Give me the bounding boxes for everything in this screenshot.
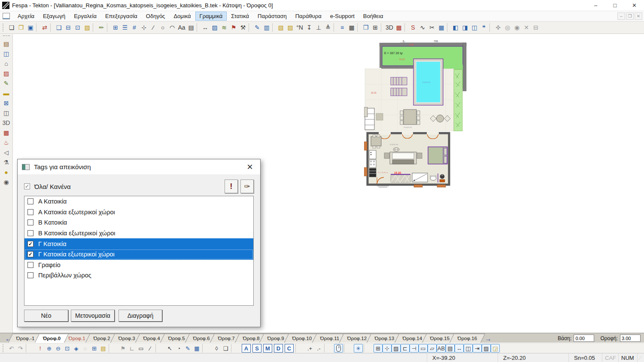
toolbar-icon-list-order-button[interactable]: ≡ xyxy=(337,23,347,32)
bottom-toolbar-icon-line-draw-button[interactable]: ∕ xyxy=(146,344,155,353)
toolbar-icon-numbering-button[interactable]: °N xyxy=(295,23,304,32)
bottom-toolbar-icon-snap-text-toggle[interactable]: AB xyxy=(437,344,446,353)
menu-item-γραμμικά[interactable]: Γραμμικά xyxy=(195,12,227,21)
menu-item-οδηγός[interactable]: Οδηγός xyxy=(142,12,170,21)
bottom-toolbar-icon-snap-intersection-toggle[interactable]: ⊣ xyxy=(410,344,419,353)
toolbar-icon-pan-hand-button[interactable]: ✜ xyxy=(493,23,503,32)
toolbar-icon-section-cut-button[interactable]: ✂ xyxy=(427,23,437,32)
paint-tag-button[interactable]: ✑ xyxy=(240,179,254,193)
toolbar-icon-symbols-tool-button[interactable]: ⚑ xyxy=(229,23,238,32)
sidebar-icon-render-tool[interactable]: ▩ xyxy=(1,128,12,137)
toolbar-icon-print-drawing-button[interactable]: ⊟ xyxy=(531,23,541,32)
bottom-toolbar-icon-copy-multiple-button[interactable]: ❑ xyxy=(221,344,230,353)
bottom-toolbar-icon-snap-star-toggle[interactable]: ✳ xyxy=(354,344,363,353)
highlight-tag-button[interactable]: ! xyxy=(225,179,238,193)
toolbar-icon-dim-chain-button[interactable]: ↧ xyxy=(304,23,314,32)
toolbar-icon-copy-level-button[interactable]: ❒ xyxy=(361,23,371,32)
close-button[interactable]: ✕ xyxy=(625,0,644,11)
resize-grip[interactable]: ⋰ xyxy=(637,353,644,362)
tag-list-item-γ-κατοικία[interactable]: Γ Κατοικία xyxy=(24,238,253,249)
menu-item-παράθυρα[interactable]: Παράθυρα xyxy=(291,12,326,21)
bottom-toolbar-icon-snap-node-toggle[interactable]: ⊹ xyxy=(383,344,392,353)
tag-list-item-γ-κατοικία-εξωτερικοί-χώροι[interactable]: Γ Κατοικία εξωτερικοί χώροι xyxy=(24,249,253,260)
toolbar-icon-find-next-button[interactable]: ◉ xyxy=(512,23,522,32)
toolbar-icon-viewport-split-button[interactable]: ◧ xyxy=(451,23,460,32)
toolbar-icon-circle-tool-button[interactable]: ○ xyxy=(158,23,167,32)
menu-item-εργαλεία[interactable]: Εργαλεία xyxy=(70,12,101,21)
mdi-minimize-button[interactable]: – xyxy=(617,12,625,20)
toolbar-icon-view-3d-button[interactable]: 3D xyxy=(385,23,394,32)
sidebar-icon-slab-tool[interactable]: ▨ xyxy=(1,68,12,78)
tag-checkbox[interactable] xyxy=(27,219,33,225)
menu-item-επεξεργασία[interactable]: Επεξεργασία xyxy=(101,12,142,21)
bottom-toolbar-icon-snap-hatch45-toggle[interactable]: ▨ xyxy=(482,344,491,353)
toolbar-icon-settings-tools-button[interactable]: ⚒ xyxy=(238,23,248,32)
floor-tab-όροφ.16[interactable]: Όροφ.16 xyxy=(450,334,486,343)
bottom-toolbar-icon-snap-hatch-toggle[interactable]: ▨ xyxy=(392,344,401,353)
sidebar-icon-spotlight-tool[interactable]: ◁ xyxy=(1,147,12,157)
bottom-toolbar-icon-snap-wall-face-toggle[interactable]: ◫ xyxy=(464,344,473,353)
base-level-input[interactable] xyxy=(574,335,594,342)
tag-checkbox[interactable] xyxy=(27,272,33,278)
bottom-toolbar-icon-sheet-edit-button[interactable]: ✎ xyxy=(183,344,192,353)
sidebar-icon-grid-layout-tool[interactable]: ◫ xyxy=(1,108,12,118)
bottom-toolbar-icon-mode-a-button[interactable]: A xyxy=(242,344,251,353)
tag-list-item-β-κατοικία[interactable]: Β Κατοικία xyxy=(24,217,253,228)
maximize-button[interactable]: □ xyxy=(605,0,625,11)
bottom-toolbar-icon-snap-grid-toggle[interactable]: ⊞ xyxy=(374,344,383,353)
toolbar-icon-find-button[interactable]: ◎ xyxy=(503,23,512,32)
toolbar-icon-hatch-zone-button[interactable]: ▨ xyxy=(286,23,295,32)
toolbar-icon-select-frame-button[interactable]: ⊞ xyxy=(111,23,120,32)
menu-item-παράσταση[interactable]: Παράσταση xyxy=(253,12,291,21)
tab-scroll-right-icon[interactable]: → xyxy=(485,335,492,342)
bottom-toolbar-icon-zoom-object-button[interactable]: ◈ xyxy=(72,344,81,353)
sidebar-icon-flask-tool[interactable]: ⚗ xyxy=(1,157,12,167)
bottom-toolbar-icon-redo-button[interactable]: ↷ xyxy=(16,344,25,353)
sidebar-icon-opening-tool[interactable]: ◫ xyxy=(1,49,12,58)
sidebar-icon-wall-tool[interactable]: ▤ xyxy=(1,39,12,49)
tag-list-item-α-κατοικία[interactable]: Α Κατοικία xyxy=(24,196,253,207)
toolbar-icon-text-block-button[interactable]: ▤ xyxy=(186,23,196,32)
bottom-toolbar-icon-alert-button[interactable]: ! xyxy=(36,344,45,353)
toolbar-icon-load-distribution-button[interactable]: ≜ xyxy=(323,23,333,32)
bottom-toolbar-icon-snap-endpoint-toggle[interactable]: ⇥ xyxy=(473,344,482,353)
tag-checkbox[interactable] xyxy=(27,241,33,247)
bottom-toolbar-icon-angle-gauge-button[interactable]: ◔ xyxy=(174,344,183,353)
bottom-toolbar-icon-tag-button[interactable]: ◊ xyxy=(212,344,221,353)
bottom-toolbar-grip[interactable] xyxy=(3,344,4,352)
toolbar-icon-level-transfer-button[interactable]: ⇄ xyxy=(40,23,49,32)
bottom-toolbar-icon-table-grid-button[interactable]: ▦ xyxy=(192,344,201,353)
bottom-toolbar-icon-mode-c-button[interactable]: C xyxy=(285,344,294,353)
minimize-button[interactable]: – xyxy=(586,0,605,11)
tag-checkbox[interactable] xyxy=(27,198,33,204)
sidebar-icon-camera-tool[interactable]: ◉ xyxy=(1,177,12,187)
bottom-toolbar-icon-snap-midpoint-toggle[interactable]: ▭ xyxy=(419,344,428,353)
tag-list-item-γραφείο[interactable]: Γραφείο xyxy=(24,260,253,271)
delete-tag-button[interactable]: Διαγραφή xyxy=(118,310,162,322)
bottom-toolbar-icon-snap-dimension-toggle[interactable]: ↔ xyxy=(455,344,464,353)
toolbar-icon-node-point-button[interactable]: ⊹ xyxy=(139,23,149,32)
mdi-close-button[interactable]: ✕ xyxy=(635,12,642,20)
top-level-input[interactable] xyxy=(620,335,641,342)
menu-item-e-support[interactable]: e-Support xyxy=(326,12,359,21)
tag-list-item-β-κατοικία-εξωτερικοί-χώροι[interactable]: Β Κατοικία εξωτερικοί χώροι xyxy=(24,228,253,239)
all-none-checkbox[interactable] xyxy=(24,183,30,189)
menu-item-δομικά[interactable]: Δομικά xyxy=(169,12,195,21)
toolbar-icon-hatch-timer-button[interactable]: ▧ xyxy=(276,23,286,32)
toolbar-icon-dimension-tool-button[interactable]: ↔ xyxy=(200,23,210,32)
sidebar-icon-furniture-tool[interactable]: ⊠ xyxy=(1,98,12,108)
toolbar-icon-insulation-tool-button[interactable]: ≋ xyxy=(219,23,229,32)
sidebar-icon-thermal-tool[interactable]: ♨ xyxy=(1,137,12,147)
toolbar-icon-line-tool-button[interactable]: ∕ xyxy=(149,23,158,32)
toolbar-icon-save-file-button[interactable]: ▣ xyxy=(26,23,35,32)
tag-checkbox[interactable] xyxy=(27,209,33,215)
dialog-close-icon[interactable]: ✕ xyxy=(244,162,256,172)
toolbar-icon-copy-button[interactable]: ❑ xyxy=(54,23,64,32)
toolbar-icon-entity-list-button[interactable]: ☰ xyxy=(120,23,130,32)
tag-list-item-α-κατοικία-εξωτερικοί-χώροι[interactable]: Α Κατοικία εξωτερικοί χώροι xyxy=(24,207,253,218)
bottom-toolbar-icon-ortho-mode-button[interactable]: ∟ xyxy=(128,344,137,353)
toolbar-icon-spot-level-button[interactable]: ⊥ xyxy=(314,23,323,32)
toolbar-icon-grid-button[interactable]: # xyxy=(130,23,139,32)
toolbar-icon-delete-button[interactable]: ✕ xyxy=(522,23,531,32)
sidebar-icon-lamp-tool[interactable]: ● xyxy=(1,167,12,177)
